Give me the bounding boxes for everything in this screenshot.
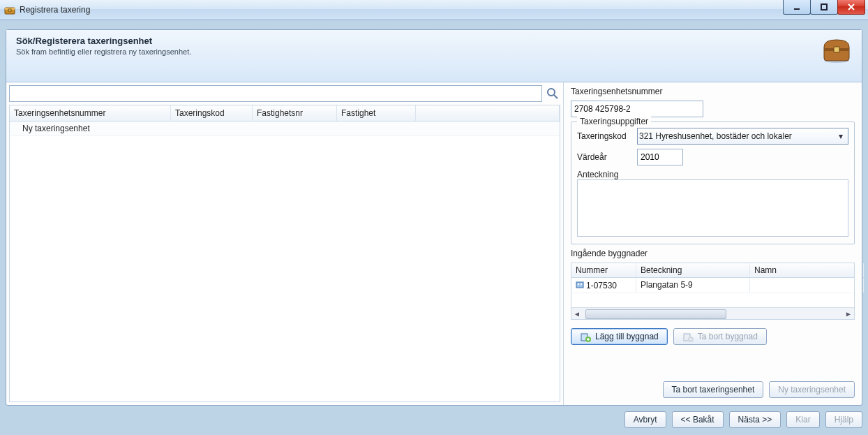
- add-building-button[interactable]: Lägg till byggnad: [571, 328, 668, 345]
- unit-buttons: Ta bort taxeringsenhet Ny taxeringsenhet: [571, 381, 855, 398]
- note-textarea[interactable]: [577, 179, 848, 237]
- wizard-panel: Sök/Registerera taxeringsenhet Sök fram …: [6, 29, 862, 406]
- remove-building-button[interactable]: Ta bort byggnad: [673, 328, 767, 345]
- bcol-namn[interactable]: Namn: [750, 263, 864, 277]
- col-fastighet[interactable]: Fastighet: [337, 105, 416, 121]
- left-pane: Taxeringsenhetsnummer Taxeringskod Fasti…: [6, 82, 564, 405]
- svg-point-7: [548, 89, 555, 96]
- scroll-thumb[interactable]: [585, 309, 726, 319]
- bcell-namn: [750, 278, 864, 293]
- cell-fast: [343, 121, 421, 135]
- app-window: Registrera taxering Sök/Registerera taxe…: [0, 0, 868, 435]
- window-controls: [784, 0, 865, 15]
- remove-unit-button[interactable]: Ta bort taxeringsenhet: [663, 381, 764, 398]
- back-button[interactable]: << Bakåt: [672, 411, 724, 428]
- svg-rect-3: [794, 8, 800, 10]
- building-buttons: Lägg till byggnad Ta bort byggnad: [571, 328, 855, 345]
- maximize-button[interactable]: [810, 0, 838, 15]
- grid-row[interactable]: Ny taxeringsenhet: [10, 121, 560, 136]
- done-button[interactable]: Klar: [786, 411, 819, 428]
- svg-rect-2: [8, 9, 11, 11]
- tax-details-group: Taxeringsuppgifter Taxeringskod 321 Hyre…: [571, 121, 855, 244]
- bcell-fast: 1-07: [864, 278, 868, 293]
- help-button[interactable]: Hjälp: [825, 411, 862, 428]
- svg-rect-4: [821, 4, 827, 10]
- grid-header: Taxeringsenhetsnummer Taxeringskod Fasti…: [10, 105, 560, 121]
- banner-sub: Sök fram befintlig eller registrera ny t…: [16, 47, 852, 56]
- buildings-heading: Ingående byggnader: [571, 249, 855, 258]
- app-icon: [4, 4, 15, 15]
- kod-label: Taxeringskod: [577, 131, 637, 141]
- building-row[interactable]: 1-07530 Plangatan 5-9 1-07: [571, 278, 854, 293]
- cancel-button[interactable]: Avbryt: [624, 411, 666, 428]
- body: Taxeringsenhetsnummer Taxeringskod Fasti…: [6, 82, 862, 405]
- kod-select-value: 321 Hyreshusenhet, bostäder och lokaler: [639, 131, 792, 141]
- buildings-header: Nummer Beteckning Namn Fast: [571, 263, 854, 278]
- next-button[interactable]: Nästa >>: [729, 411, 781, 428]
- svg-rect-11: [581, 283, 582, 285]
- col-spacer: [416, 105, 560, 121]
- vardear-input[interactable]: [637, 149, 683, 165]
- kod-select[interactable]: 321 Hyreshusenhet, bostäder och lokaler …: [637, 128, 848, 145]
- unit-grid[interactable]: Taxeringsenhetsnummer Taxeringskod Fasti…: [9, 105, 560, 402]
- bcol-num[interactable]: Nummer: [571, 263, 636, 277]
- col-fastighetsnr[interactable]: Fastighetsnr: [253, 105, 337, 121]
- buildings-hscroll[interactable]: ◄ ►: [571, 307, 854, 319]
- add-building-label: Lägg till byggnad: [595, 332, 659, 341]
- window-title: Registrera taxering: [20, 5, 90, 15]
- search-icon[interactable]: [545, 86, 560, 101]
- col-taxeringsenhetsnummer[interactable]: Taxeringsenhetsnummer: [10, 105, 171, 121]
- remove-building-label: Ta bort byggnad: [698, 332, 758, 341]
- minimize-button[interactable]: [783, 0, 811, 15]
- scroll-right-icon[interactable]: ►: [843, 308, 854, 319]
- col-taxeringskod[interactable]: Taxeringskod: [171, 105, 253, 121]
- right-pane: Taxeringsenhetsnummer Taxeringsuppgifter…: [564, 82, 862, 405]
- tx-label: Taxeringsenhetsnummer: [571, 87, 855, 96]
- svg-rect-10: [578, 283, 579, 285]
- search-input[interactable]: [9, 85, 542, 102]
- svg-rect-6: [834, 47, 839, 52]
- bcol-fast[interactable]: Fast: [864, 263, 868, 277]
- chest-icon: [821, 37, 852, 64]
- scroll-left-icon[interactable]: ◄: [571, 308, 583, 319]
- wizard-footer: Avbryt << Bakåt Nästa >> Klar Hjälp: [6, 408, 862, 431]
- add-icon: [580, 331, 591, 342]
- bcell-num: 1-07530: [571, 278, 636, 293]
- svg-line-8: [554, 95, 558, 98]
- tx-value-input[interactable]: [571, 101, 703, 117]
- svg-rect-9: [576, 282, 583, 288]
- bcol-bet[interactable]: Beteckning: [636, 263, 750, 277]
- note-label: Anteckning: [577, 170, 848, 179]
- new-unit-button[interactable]: Ny taxeringsenhet: [769, 381, 855, 398]
- vardear-label: Värdeår: [577, 152, 637, 162]
- banner-heading: Sök/Registerera taxeringsenhet: [16, 36, 852, 46]
- remove-icon: [682, 331, 694, 342]
- cell-tx: Ny taxeringsenhet: [10, 121, 179, 135]
- search-row: [9, 85, 560, 102]
- cell-fnr: [260, 121, 343, 135]
- building-icon: [576, 280, 584, 290]
- title-bar: Registrera taxering: [0, 0, 868, 20]
- chevron-down-icon: ▾: [835, 131, 846, 141]
- banner: Sök/Registerera taxeringsenhet Sök fram …: [6, 30, 862, 82]
- cell-kod: [179, 121, 260, 135]
- group-legend: Taxeringsuppgifter: [577, 117, 651, 126]
- buildings-grid[interactable]: Nummer Beteckning Namn Fast 1-07530 Plan…: [571, 263, 855, 320]
- bcell-bet: Plangatan 5-9: [636, 278, 750, 293]
- close-button[interactable]: [837, 0, 865, 15]
